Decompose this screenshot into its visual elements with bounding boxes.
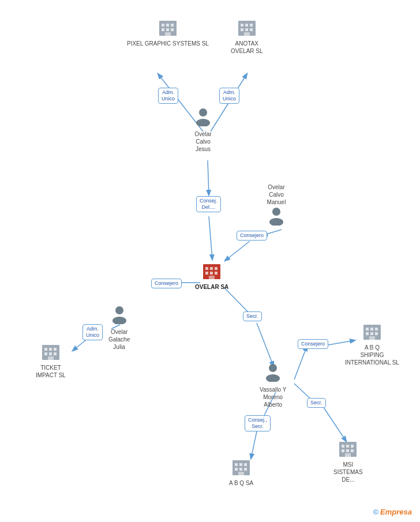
diagram: PIXEL GRAPHIC SYSTEMS SL ANOTAXOVELAR SL… <box>0 0 420 522</box>
svg-line-12 <box>294 346 307 380</box>
node-ovelar-galache-julia: OvelarGalacheJulia <box>108 305 130 351</box>
label-vassallo: Vassallo YMorenoAlberto <box>260 386 286 408</box>
svg-rect-78 <box>346 449 349 452</box>
badge-secr-msi: Secr. <box>307 398 326 408</box>
svg-rect-71 <box>244 468 247 471</box>
svg-point-64 <box>266 374 280 382</box>
badge-adm-unico-pixel: Adm.Unico <box>158 88 178 104</box>
svg-line-4 <box>209 216 212 260</box>
building-icon-ticket <box>40 340 62 362</box>
svg-rect-18 <box>162 24 164 27</box>
svg-point-45 <box>115 306 123 314</box>
svg-rect-62 <box>369 336 375 340</box>
svg-rect-70 <box>239 468 242 471</box>
brand-name: Empresa <box>380 508 412 516</box>
node-abqsa: A B Q SA <box>229 456 253 487</box>
person-icon-jesus <box>193 107 213 129</box>
node-anotax: ANOTAXOVELAR SL <box>231 16 263 55</box>
node-ovelar-calvo-jesus: OvelarCalvoJesus <box>193 107 213 153</box>
badge-consejero-abq: Consejero <box>298 339 328 349</box>
svg-point-46 <box>112 317 126 324</box>
label-abqsa: A B Q SA <box>229 479 253 487</box>
svg-rect-28 <box>250 24 253 27</box>
svg-rect-76 <box>351 445 354 448</box>
svg-rect-57 <box>370 328 373 331</box>
svg-rect-44 <box>209 276 215 279</box>
svg-point-63 <box>269 364 277 372</box>
label-msi: MSISISTEMASDE... <box>333 461 363 483</box>
svg-rect-75 <box>346 445 349 448</box>
svg-rect-41 <box>205 272 208 275</box>
person-icon-manuel <box>267 206 286 228</box>
svg-rect-40 <box>215 267 217 270</box>
svg-rect-31 <box>250 28 253 31</box>
svg-line-9 <box>224 287 249 313</box>
badge-consej-del: Consej.Del.... <box>196 196 221 212</box>
svg-rect-60 <box>370 332 373 335</box>
building-icon-msi <box>337 437 359 459</box>
svg-rect-61 <box>375 332 378 335</box>
svg-rect-29 <box>241 28 243 31</box>
svg-line-10 <box>257 323 273 366</box>
svg-rect-43 <box>215 272 217 275</box>
svg-rect-66 <box>235 463 238 466</box>
svg-line-15 <box>323 407 346 441</box>
svg-rect-48 <box>44 348 47 351</box>
building-icon-abq-shiping <box>361 320 383 342</box>
svg-rect-32 <box>244 32 250 36</box>
svg-point-33 <box>199 108 207 117</box>
node-pixel: PIXEL GRAPHIC SYSTEMS SL <box>127 16 209 47</box>
svg-rect-59 <box>366 332 369 335</box>
label-anotax: ANOTAXOVELAR SL <box>231 40 263 55</box>
label-ovelar-sa: OVELAR SA <box>195 283 228 291</box>
svg-rect-52 <box>49 352 52 355</box>
svg-point-35 <box>272 208 280 216</box>
svg-rect-30 <box>245 28 248 31</box>
badge-consejero-ovelar-sa: Consejero <box>151 279 182 288</box>
svg-point-36 <box>269 218 283 226</box>
svg-rect-72 <box>238 472 244 475</box>
svg-rect-53 <box>54 352 57 355</box>
svg-rect-80 <box>345 453 351 457</box>
label-ovelar-calvo-jesus: OvelarCalvoJesus <box>194 130 211 153</box>
svg-rect-56 <box>366 328 369 331</box>
svg-rect-74 <box>342 445 344 448</box>
svg-point-34 <box>196 119 210 126</box>
svg-rect-58 <box>375 328 378 331</box>
node-msi: MSISISTEMASDE... <box>333 437 363 483</box>
label-ovelar-galache-julia: OvelarGalacheJulia <box>108 328 130 351</box>
svg-rect-42 <box>210 272 213 275</box>
badge-consej-secr: Consej.,Secr. <box>245 415 271 431</box>
node-abq-shiping: A B QSHIPINGINTERNATIONAL SL <box>345 320 399 366</box>
badge-secr-vassallo: Secr. <box>243 311 262 321</box>
label-abq-shiping: A B QSHIPINGINTERNATIONAL SL <box>345 344 399 366</box>
svg-rect-67 <box>239 463 242 466</box>
label-ovelar-calvo-manuel-top: OvelarCalvoManuel <box>267 183 286 206</box>
svg-rect-50 <box>54 348 57 351</box>
svg-rect-77 <box>342 449 344 452</box>
svg-rect-51 <box>44 352 47 355</box>
badge-adm-unico-anotax: Adm.Unico <box>219 88 239 104</box>
person-icon-julia <box>110 305 129 326</box>
copyright-symbol: © <box>373 508 378 516</box>
svg-rect-38 <box>205 267 208 270</box>
label-ticket-impact: TICKETIMPACT SL <box>36 364 66 379</box>
building-icon-ovelar-sa <box>201 260 223 281</box>
building-icon-pixel <box>157 16 179 38</box>
person-icon-vassallo <box>263 362 283 384</box>
svg-line-14 <box>251 431 257 459</box>
svg-rect-49 <box>49 348 52 351</box>
svg-rect-54 <box>48 356 54 360</box>
svg-rect-68 <box>244 463 247 466</box>
svg-rect-24 <box>165 32 171 36</box>
node-ticket-impact: TICKETIMPACT SL <box>36 340 66 379</box>
badge-consejero-manuel: Consejero <box>237 231 267 241</box>
svg-rect-20 <box>171 24 174 27</box>
svg-rect-23 <box>171 28 174 31</box>
svg-rect-27 <box>245 24 248 27</box>
building-icon-anotax <box>236 16 258 38</box>
badge-adm-unico-julia: Adm.Unico <box>82 324 103 340</box>
svg-rect-26 <box>241 24 243 27</box>
svg-rect-22 <box>166 28 169 31</box>
node-ovelar-calvo-manuel: OvelarCalvoManuel <box>267 182 286 228</box>
